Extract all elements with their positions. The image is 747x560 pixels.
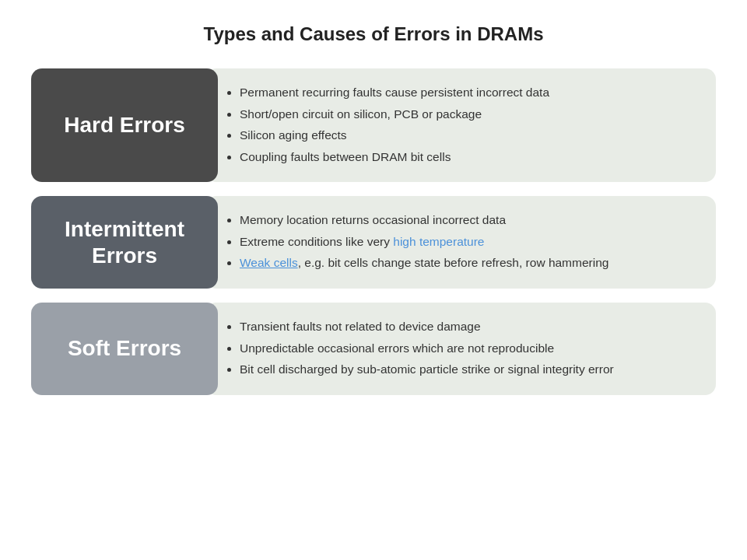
list-item: Short/open circuit on silicon, PCB or pa… xyxy=(240,104,549,124)
high-temperature-highlight: high temperature xyxy=(393,235,484,248)
list-item: Extreme conditions like very high temper… xyxy=(240,232,608,252)
list-item: Permanent recurring faults cause persist… xyxy=(240,82,549,103)
hard-errors-list: Permanent recurring faults cause persist… xyxy=(233,82,549,168)
intermittent-errors-list: Memory location returns occasional incor… xyxy=(233,210,608,275)
soft-errors-detail: Transient faults not related to device d… xyxy=(205,303,716,395)
list-item: Unpredictable occasional errors which ar… xyxy=(240,338,614,359)
weak-cells-highlight: Weak cells xyxy=(240,256,298,269)
list-item: Bit cell discharged by sub-atomic partic… xyxy=(240,359,614,380)
list-item: Weak cells, e.g. bit cells change state … xyxy=(240,253,608,273)
intermittent-errors-detail: Memory location returns occasional incor… xyxy=(205,196,716,289)
soft-errors-label: Soft Errors xyxy=(31,303,218,395)
soft-errors-row: Soft Errors Transient faults not related… xyxy=(31,303,716,395)
intermittent-errors-row: Intermittent Errors Memory location retu… xyxy=(31,196,716,289)
soft-errors-list: Transient faults not related to device d… xyxy=(233,317,614,381)
intermittent-errors-label: Intermittent Errors xyxy=(31,196,218,289)
hard-errors-detail: Permanent recurring faults cause persist… xyxy=(205,68,716,182)
list-item: Silicon aging effects xyxy=(240,125,549,145)
rows-container: Hard Errors Permanent recurring faults c… xyxy=(31,68,716,395)
hard-errors-row: Hard Errors Permanent recurring faults c… xyxy=(31,68,716,182)
list-item: Transient faults not related to device d… xyxy=(240,317,614,337)
hard-errors-label: Hard Errors xyxy=(31,68,218,182)
list-item: Memory location returns occasional incor… xyxy=(240,210,608,230)
page-title: Types and Causes of Errors in DRAMs xyxy=(204,23,544,45)
list-item: Coupling faults between DRAM bit cells xyxy=(240,147,549,167)
